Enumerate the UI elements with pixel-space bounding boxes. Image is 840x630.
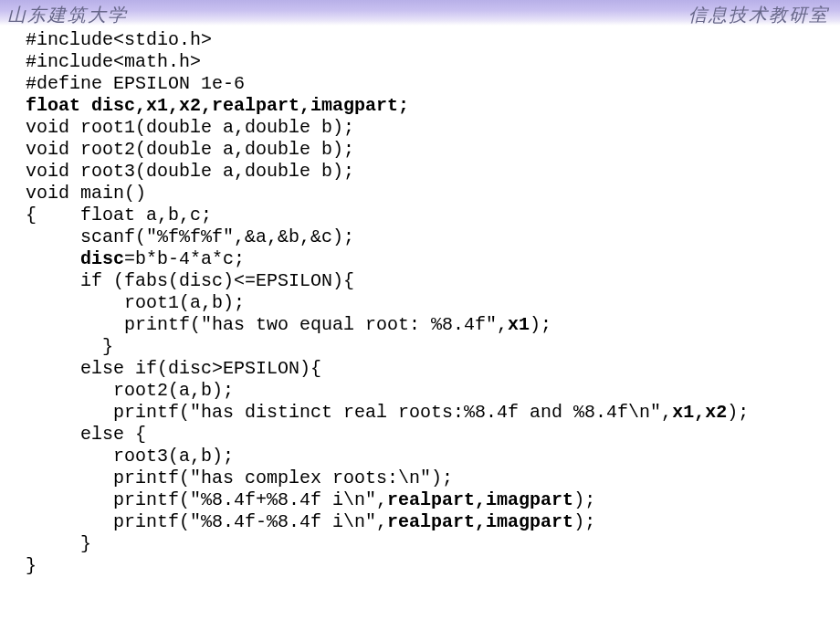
code-line: root1(a,b); [26,292,245,313]
code-line-bold: float disc,x1,x2,realpart,imagpart; [26,95,409,116]
code-line: else { [26,424,146,445]
code-line: } [26,555,37,576]
code-line: printf("has complex roots:\n"); [26,467,453,488]
code-bold-part: x1,x2 [672,402,727,423]
code-line: root2(a,b); [26,380,234,401]
code-line: root3(a,b); [26,446,234,467]
code-line: } [26,533,91,554]
code-line-part: =b*b-4*a*c; [124,248,245,269]
code-line-part [26,248,80,269]
code-bold-part: disc [80,248,124,269]
slide-header: 山东建筑大学 信息技术教研室 [0,0,840,26]
code-line: void root2(double a,double b); [26,139,354,160]
code-line: if (fabs(disc)<=EPSILON){ [26,270,354,291]
code-line: #define EPSILON 1e-6 [26,73,245,94]
code-bold-part: x1 [508,314,530,335]
header-left-text: 山东建筑大学 [7,3,128,27]
code-line: void main() [26,183,146,204]
code-block: #include<stdio.h> #include<math.h> #defi… [0,26,840,577]
code-line-part: printf("%8.4f+%8.4f i\n", [26,489,387,510]
code-line: } [26,336,113,357]
code-line-part: ); [573,489,595,510]
code-line: { float a,b,c; [26,205,212,226]
code-line: #include<math.h> [26,51,201,72]
code-bold-part: realpart,imagpart [387,489,573,510]
code-line-part: printf("%8.4f-%8.4f i\n", [26,511,387,532]
code-line-part: printf("has distinct real roots:%8.4f an… [26,402,672,423]
header-right-text: 信息技术教研室 [688,3,829,27]
code-line-part: ); [573,511,595,532]
code-line: void root3(double a,double b); [26,161,354,182]
code-bold-part: realpart,imagpart [387,511,573,532]
code-line: scanf("%f%f%f",&a,&b,&c); [26,226,354,247]
code-line: else if(disc>EPSILON){ [26,358,321,379]
code-line: void root1(double a,double b); [26,117,354,138]
code-line-part: ); [530,314,551,335]
code-line-part: printf("has two equal root: %8.4f", [26,314,508,335]
code-line-part: ); [727,402,749,423]
code-line: #include<stdio.h> [26,29,212,50]
